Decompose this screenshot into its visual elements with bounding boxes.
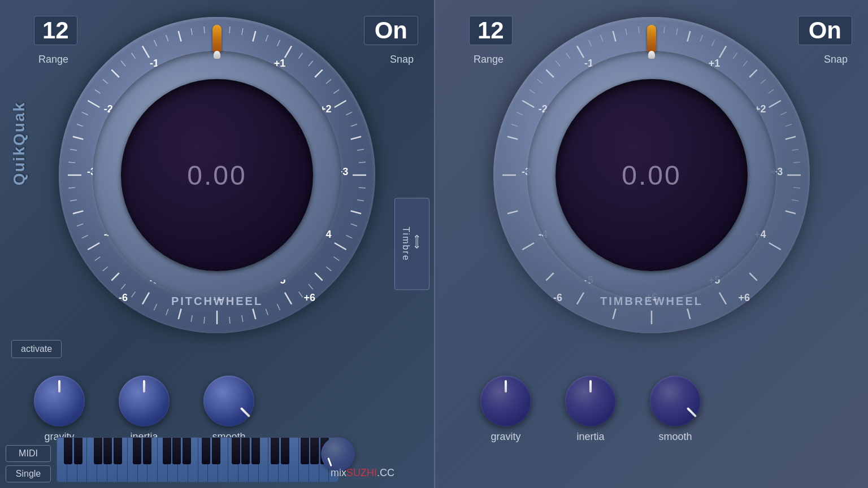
smooth-knob-group: smooth [203,376,254,443]
black-key-2[interactable] [74,438,83,464]
inertia-knob[interactable] [119,376,170,426]
smooth-knob-right[interactable] [650,376,701,426]
black-key-4[interactable] [103,438,112,464]
pitch-needle [210,25,224,59]
timbre-wheel-label: TimbreWheel [600,295,703,308]
black-key-10[interactable] [183,438,191,464]
piano-keyboard[interactable] [57,437,339,482]
black-key-8[interactable] [163,438,171,464]
timbre-needle [645,25,658,59]
black-key-15[interactable] [251,438,260,464]
cc-text: .CC [377,467,394,478]
gravity-knob-group: gravity [34,376,85,443]
snap-label-right: Snap [824,54,848,66]
black-key-3[interactable] [94,438,102,464]
smooth-knob-indicator [240,407,250,417]
snap-label-left: Snap [390,54,414,66]
timbre-value-display: 0.00 [555,79,748,271]
single-button[interactable]: Single [6,465,51,482]
timbre-wheel-container[interactable]: 0 +1 -1 +2 -2 +3 -3 +4 -4 +5 -5 +6 0.00 … [493,17,810,333]
black-key-1[interactable] [64,438,72,464]
mix-knob-indicator [327,457,332,467]
black-key-5[interactable] [114,438,122,464]
bottom-controls-left: MIDI Single [6,445,51,482]
smooth-knob[interactable] [203,376,254,426]
gravity-knob-indicator [58,380,60,393]
smooth-knob-indicator-right [687,407,697,417]
gravity-knob[interactable] [34,376,85,426]
mix-knob[interactable] [321,437,355,471]
gravity-knob-right[interactable] [480,376,531,426]
black-key-14[interactable] [241,438,250,464]
inertia-label-right: inertia [576,431,604,443]
suzhi-text: SUZHI [346,467,377,478]
right-panel: 12 Range On Snap [434,0,868,488]
piano-wrapper [57,438,338,482]
brand-text: QuikQuak [10,102,28,185]
black-key-18[interactable] [301,438,309,464]
gravity-knob-group-right: gravity [480,376,531,443]
gravity-label-right: gravity [491,431,520,443]
black-keys [57,438,338,464]
gravity-knob-indicator-right [505,380,507,393]
black-key-11[interactable] [202,438,210,464]
knobs-area-left: gravity inertia smooth [34,376,254,443]
left-panel: QuikQuak 12 Range On Snap [0,0,434,488]
black-key-19[interactable] [310,438,319,464]
black-key-12[interactable] [212,438,220,464]
pitch-wheel-container[interactable]: 0 +1 -1 +2 -2 +3 -3 +4 -4 +5 -5 +6 0.00 … [59,17,375,333]
timbre-label: Timbre [401,226,411,261]
tick-minus6-left: -6 [119,292,128,304]
smooth-knob-group-right: smooth [650,376,701,443]
inertia-knob-right[interactable] [565,376,616,426]
black-key-17[interactable] [281,438,289,464]
tick-minus6-right: -6 [553,292,562,304]
black-key-6[interactable] [133,438,141,464]
inertia-knob-group: inertia [119,376,170,443]
black-key-13[interactable] [232,438,240,464]
black-key-16[interactable] [271,438,279,464]
inertia-knob-indicator-right [589,380,592,393]
tick-plus6-right: +6 [738,292,750,304]
black-key-7[interactable] [143,438,151,464]
black-key-9[interactable] [172,438,181,464]
timbre-button[interactable]: ⟺ Timbre [394,198,429,290]
inertia-knob-indicator [143,380,145,393]
mix-label: mixSUZHI.CC [331,467,394,479]
inertia-knob-group-right: inertia [565,376,616,443]
pitch-value-display: 0.00 [121,79,313,271]
pitch-wheel-label: PitchWheel [171,295,263,308]
midi-button[interactable]: MIDI [6,445,51,462]
activate-button[interactable]: activate [11,340,62,358]
timbre-arrows-icon: ⟺ [411,226,423,258]
smooth-label-right: smooth [658,431,692,443]
knobs-area-right: gravity inertia smooth [480,376,701,443]
mix-text: mix [331,467,346,478]
tick-plus6-left: +6 [303,292,315,304]
